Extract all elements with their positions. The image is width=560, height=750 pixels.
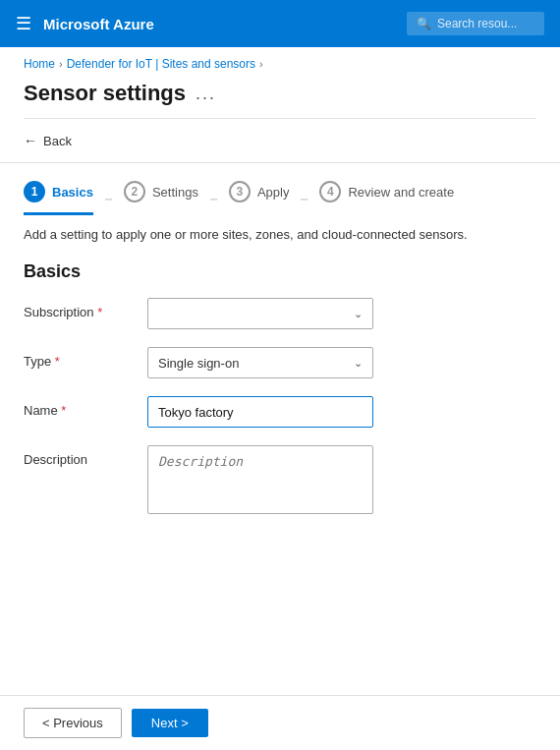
previous-button[interactable]: < Previous: [24, 708, 122, 738]
form-row-type: Type * Single sign-on ⌄: [24, 347, 536, 378]
subscription-required-mark: *: [97, 305, 102, 319]
step-4-circle: 4: [319, 181, 341, 202]
subscription-select[interactable]: ⌄: [147, 298, 373, 329]
name-required-mark: *: [61, 403, 66, 418]
type-select[interactable]: Single sign-on ⌄: [147, 347, 373, 378]
type-required-mark: *: [55, 354, 60, 369]
step-description: Add a setting to apply one or more sites…: [0, 215, 560, 258]
breadcrumb-sep-1: ›: [59, 58, 63, 70]
breadcrumb-home[interactable]: Home: [24, 57, 55, 71]
subscription-chevron-icon: ⌄: [354, 308, 363, 320]
page-header: Sensor settings ...: [0, 77, 560, 118]
type-value: Single sign-on: [158, 356, 239, 371]
steps-nav: 1 Basics ⎯ 2 Settings ⎯ 3 Apply ⎯ 4 Revi…: [0, 163, 560, 215]
breadcrumb-sites[interactable]: Defender for IoT | Sites and sensors: [67, 57, 255, 71]
hamburger-icon[interactable]: ☰: [16, 13, 31, 34]
step-1-circle: 1: [24, 181, 45, 202]
description-label: Description: [24, 445, 132, 467]
step-review[interactable]: 4 Review and create: [319, 181, 454, 215]
step-settings[interactable]: 2 Settings: [124, 181, 198, 215]
search-placeholder: Search resou...: [437, 17, 517, 30]
description-textarea[interactable]: [147, 445, 373, 514]
footer: < Previous Next >: [0, 695, 560, 750]
step-apply[interactable]: 3 Apply: [229, 181, 290, 215]
next-button[interactable]: Next >: [132, 709, 208, 737]
type-label: Type *: [24, 347, 132, 369]
name-input[interactable]: [147, 396, 373, 428]
step-2-circle: 2: [124, 181, 145, 202]
form-row-description: Description: [24, 445, 536, 517]
step-basics[interactable]: 1 Basics: [24, 181, 93, 215]
form-row-name: Name *: [24, 396, 536, 428]
search-box[interactable]: 🔍 Search resou...: [407, 12, 544, 35]
section-title: Basics: [0, 258, 560, 298]
step-1-label: Basics: [52, 185, 93, 200]
subscription-label: Subscription *: [24, 298, 132, 319]
page-title: Sensor settings: [24, 81, 186, 106]
step-3-label: Apply: [257, 185, 290, 200]
top-bar: ☰ Microsoft Azure 🔍 Search resou...: [0, 0, 560, 47]
type-control: Single sign-on ⌄: [147, 347, 373, 378]
step-2-label: Settings: [152, 185, 198, 200]
step-sep-2: ⎯: [210, 187, 217, 210]
form-row-subscription: Subscription * ⌄: [24, 298, 536, 329]
type-chevron-icon: ⌄: [354, 357, 363, 370]
search-icon: 🔍: [417, 17, 431, 30]
step-4-label: Review and create: [348, 185, 454, 200]
app-title: Microsoft Azure: [43, 16, 395, 32]
back-link[interactable]: ← Back: [0, 119, 560, 162]
name-control: [147, 396, 373, 428]
step-sep-3: ⎯: [301, 187, 308, 210]
step-sep-1: ⎯: [105, 187, 112, 210]
breadcrumb: Home › Defender for IoT | Sites and sens…: [0, 47, 560, 77]
subscription-control: ⌄: [147, 298, 373, 329]
description-control: [147, 445, 373, 517]
step-3-circle: 3: [229, 181, 251, 202]
back-arrow-icon: ←: [24, 133, 37, 148]
form-body: Subscription * ⌄ Type * Single sign-on ⌄…: [0, 298, 560, 517]
breadcrumb-sep-2: ›: [259, 58, 263, 70]
back-label: Back: [43, 134, 72, 148]
name-label: Name *: [24, 396, 132, 418]
ellipsis-menu-button[interactable]: ...: [196, 85, 216, 102]
